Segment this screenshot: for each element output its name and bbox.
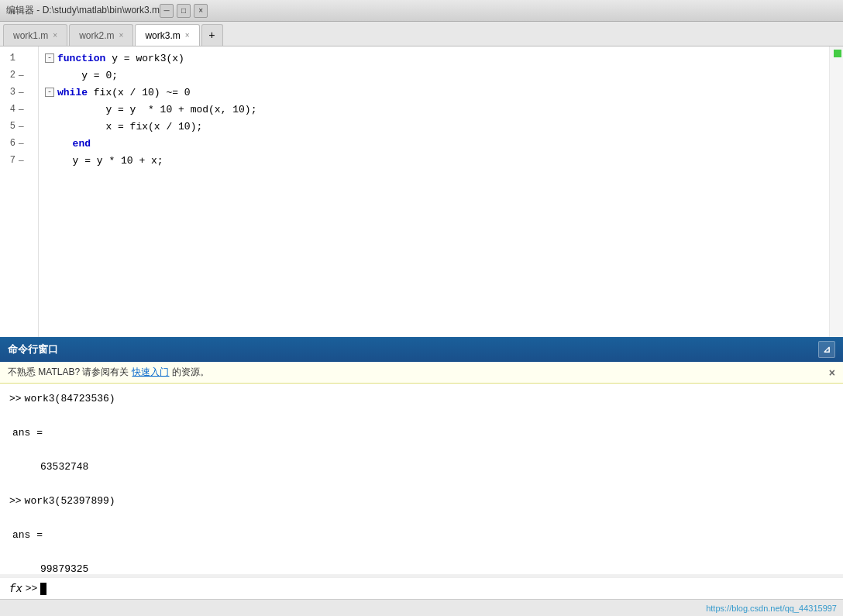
info-link[interactable]: 快速入门: [132, 366, 169, 379]
cmd-header: 命令行窗口 ⊿: [0, 337, 843, 362]
info-banner-close[interactable]: ×: [829, 367, 835, 379]
code-2: y = 0;: [57, 70, 118, 81]
cmd-cmd-2: work3(52397899): [25, 495, 115, 507]
code-line-5: x = fix(x / 10);: [45, 118, 823, 135]
code-4: y = y * 10 + mod(x, 10);: [57, 104, 256, 115]
code-line-6: end: [45, 135, 823, 152]
line-row-2: 2 —: [0, 67, 38, 84]
cmd-value-text-2: 99879325: [9, 563, 88, 575]
title-bar: 编辑器 - D:\study\matlab\bin\work3.m ─ □ ×: [0, 0, 843, 22]
tab-bar: work1.m × work2.m × work3.m × +: [0, 22, 843, 46]
cmd-blank-1: [9, 407, 834, 424]
cmd-input-prompt-arrow: >>: [26, 583, 38, 594]
editor-right-margin: [829, 46, 843, 337]
cmd-cmd-1: work3(84723536): [25, 393, 115, 404]
cmd-line-1: >> work3(84723536): [9, 390, 834, 407]
code-1-rest: y = work3(x): [105, 53, 184, 64]
editor-area: 1 2 — 3 — 4 — 5 — 6 — 7 —: [0, 46, 843, 337]
cmd-blank-3: [9, 475, 834, 492]
line-row-7: 7 —: [0, 152, 38, 169]
cmd-content[interactable]: >> work3(84723536) ans = 63532748 >> wor…: [0, 384, 843, 574]
line-row-6: 6 —: [0, 135, 38, 152]
minimize-button[interactable]: ─: [160, 4, 174, 18]
line-num-3: 3: [3, 87, 15, 98]
code-editor[interactable]: - function y = work3(x) y = 0; - while f…: [39, 46, 829, 337]
line-num-2: 2: [3, 70, 15, 81]
line-dash-7: —: [19, 156, 24, 165]
line-dash-5: —: [19, 122, 24, 131]
close-button[interactable]: ×: [194, 4, 208, 18]
cmd-ans-1: ans =: [9, 424, 834, 441]
info-text-before: 不熟悉 MATLAB? 请参阅有关: [8, 366, 129, 379]
kw-while: while: [57, 87, 88, 98]
code-6-indent: [60, 138, 73, 150]
collapse-1[interactable]: -: [45, 53, 54, 63]
tab-work3-label: work3.m: [145, 30, 180, 41]
cmd-value-2: 99879325: [9, 560, 834, 574]
cmd-value-1: 63532748: [9, 458, 834, 475]
maximize-button[interactable]: □: [177, 4, 191, 18]
cmd-ans-label-2: ans =: [9, 529, 43, 541]
code-line-4: y = y * 10 + mod(x, 10);: [45, 101, 823, 118]
cmd-ans-label-1: ans =: [9, 427, 43, 439]
line-dash-3: —: [19, 88, 24, 97]
cmd-fx-symbol: fx: [9, 583, 22, 595]
tab-work1-label: work1.m: [13, 30, 48, 41]
tab-work3[interactable]: work3.m ×: [135, 24, 199, 46]
tab-work3-close[interactable]: ×: [185, 31, 190, 40]
title-bar-text: 编辑器 - D:\study\matlab\bin\work3.m: [6, 4, 160, 17]
status-bar: https://blog.csdn.net/qq_44315997: [0, 599, 843, 616]
kw-end-1: end: [73, 138, 91, 150]
tab-add-button[interactable]: +: [201, 24, 223, 46]
line-row-5: 5 —: [0, 118, 38, 135]
cmd-prompt-2: >>: [9, 495, 22, 507]
code-line-3: - while fix(x / 10) ~= 0: [45, 84, 823, 101]
code-line-2: y = 0;: [45, 67, 823, 84]
cmd-blank-5: [9, 543, 834, 560]
line-num-4: 4: [3, 104, 15, 115]
code-3-rest: fix(x / 10) ~= 0: [88, 87, 191, 98]
line-dash-2: —: [19, 71, 24, 80]
info-text-after: 的资源。: [172, 366, 209, 379]
cmd-cursor: [40, 583, 46, 595]
green-mark: [834, 50, 841, 57]
line-num-7: 7: [3, 155, 15, 166]
line-numbers: 1 2 — 3 — 4 — 5 — 6 — 7 —: [0, 46, 39, 337]
tab-work2-label: work2.m: [79, 30, 114, 41]
cmd-expand-button[interactable]: ⊿: [818, 341, 835, 358]
cmd-ans-2: ans =: [9, 526, 834, 543]
title-bar-controls: ─ □ ×: [160, 4, 208, 18]
code-line-7: y = y * 10 + x;: [45, 152, 823, 169]
cmd-blank-4: [9, 509, 834, 526]
info-banner: 不熟悉 MATLAB? 请参阅有关 快速入门 的资源。 ×: [0, 362, 843, 384]
status-url[interactable]: https://blog.csdn.net/qq_44315997: [706, 604, 837, 613]
line-dash-4: —: [19, 105, 24, 114]
line-dash-6: —: [19, 139, 24, 148]
tab-work2[interactable]: work2.m ×: [69, 24, 133, 46]
tab-work1-close[interactable]: ×: [53, 31, 57, 40]
cmd-input-row[interactable]: fx >>: [0, 577, 843, 599]
line-num-6: 6: [3, 138, 15, 149]
code-7: y = y * 10 + x;: [60, 155, 163, 167]
command-window-section: 命令行窗口 ⊿ 不熟悉 MATLAB? 请参阅有关 快速入门 的资源。 × >>…: [0, 337, 843, 599]
line-row-3: 3 —: [0, 84, 38, 101]
line-num-5: 5: [3, 121, 15, 132]
tab-work2-close[interactable]: ×: [119, 31, 124, 40]
cmd-blank-2: [9, 441, 834, 458]
cmd-line-2: >> work3(52397899): [9, 492, 834, 509]
kw-function: function: [57, 53, 105, 64]
code-line-1: - function y = work3(x): [45, 50, 823, 67]
cmd-header-title: 命令行窗口: [8, 342, 818, 356]
code-5: x = fix(x / 10);: [57, 121, 202, 132]
line-row-4: 4 —: [0, 101, 38, 118]
collapse-3[interactable]: -: [45, 88, 54, 97]
line-row-1: 1: [0, 50, 38, 67]
line-num-1: 1: [3, 53, 15, 64]
cmd-prompt-1: >>: [9, 393, 22, 404]
tab-work1[interactable]: work1.m ×: [3, 24, 67, 46]
cmd-value-text-1: 63532748: [9, 461, 88, 473]
